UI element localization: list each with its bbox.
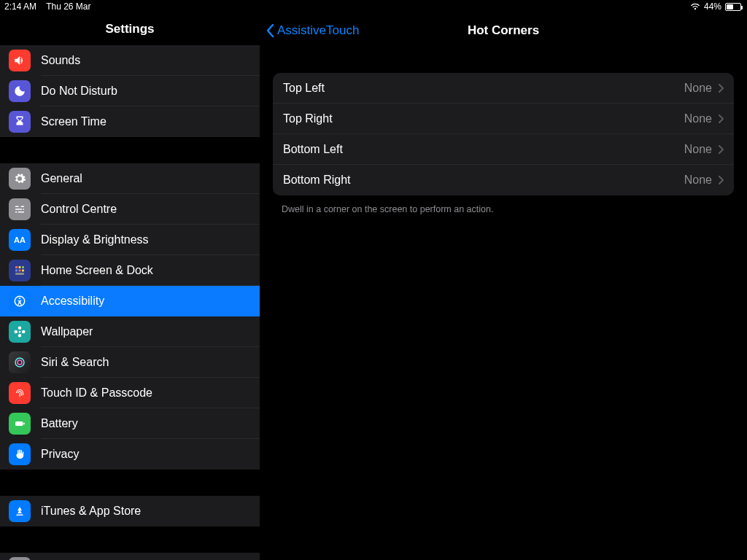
- siri-icon: [9, 351, 31, 373]
- sounds-icon: [9, 50, 31, 71]
- sidebar-item-dnd[interactable]: Do Not Disturb: [0, 76, 260, 106]
- svg-rect-13: [23, 423, 25, 425]
- settings-sidebar: Settings Sounds Do Not Disturb Screen Ti…: [0, 15, 260, 560]
- row-value: None: [684, 143, 712, 156]
- text-size-icon: AA: [9, 229, 31, 251]
- content-pane: AssistiveTouch Hot Corners Top Left None…: [260, 15, 747, 560]
- grid-icon: [9, 260, 31, 281]
- status-battery-pct: 44%: [704, 1, 721, 12]
- chevron-right-icon: [718, 145, 724, 154]
- row-value: None: [684, 82, 712, 95]
- battery-icon: [9, 413, 31, 435]
- sidebar-item-label: General: [41, 172, 82, 185]
- sidebar-item-controlcentre[interactable]: Control Centre: [0, 194, 260, 225]
- row-value: None: [684, 174, 712, 187]
- sidebar-item-wallpaper[interactable]: Wallpaper: [0, 316, 260, 347]
- sidebar-item-display[interactable]: AA Display & Brightness: [0, 225, 260, 255]
- status-date: Thu 26 Mar: [46, 1, 90, 12]
- sidebar-group: General Control Centre AA Display & Brig…: [0, 163, 260, 470]
- sidebar-item-label: Accessibility: [41, 295, 104, 308]
- status-left: 2:14 AM Thu 26 Mar: [4, 1, 91, 12]
- key-icon: [9, 557, 31, 560]
- sidebar-item-label: Wallpaper: [41, 325, 93, 338]
- sidebar-item-privacy[interactable]: Privacy: [0, 439, 260, 470]
- sidebar-item-screentime[interactable]: Screen Time: [0, 106, 260, 137]
- svg-rect-1: [19, 266, 21, 268]
- accessibility-icon: [9, 290, 31, 312]
- hot-corner-bottom-left[interactable]: Bottom Left None: [273, 134, 734, 165]
- row-value: None: [684, 112, 712, 125]
- sidebar-group: Passwords & Accounts: [0, 553, 260, 560]
- sidebar-item-label: Battery: [41, 417, 78, 430]
- sidebar-item-sounds[interactable]: Sounds: [0, 45, 260, 76]
- svg-point-9: [19, 331, 21, 333]
- chevron-right-icon: [718, 84, 724, 93]
- sidebar-item-label: Home Screen & Dock: [41, 264, 153, 277]
- sidebar-item-battery[interactable]: Battery: [0, 408, 260, 439]
- sidebar-item-itunes[interactable]: iTunes & App Store: [0, 496, 260, 526]
- status-bar: 2:14 AM Thu 26 Mar 44%: [0, 0, 747, 15]
- hot-corners-panel: Top Left None Top Right None Bottom Left…: [273, 73, 734, 195]
- wifi-icon: [690, 3, 700, 10]
- gear-icon: [9, 168, 31, 190]
- hand-icon: [9, 443, 31, 465]
- hot-corner-bottom-right[interactable]: Bottom Right None: [273, 165, 734, 195]
- svg-point-11: [18, 360, 22, 365]
- status-right: 44%: [690, 1, 741, 12]
- content-header: AssistiveTouch Hot Corners: [260, 15, 747, 47]
- sidebar-item-label: iTunes & App Store: [41, 505, 141, 518]
- row-label: Bottom Right: [283, 174, 684, 187]
- sidebar-item-label: Control Centre: [41, 203, 117, 216]
- sidebar-item-label: Do Not Disturb: [41, 85, 117, 98]
- sidebar-item-label: Display & Brightness: [41, 233, 149, 246]
- back-label: AssistiveTouch: [277, 23, 359, 38]
- chevron-right-icon: [718, 176, 724, 184]
- status-time: 2:14 AM: [4, 1, 36, 12]
- row-label: Bottom Left: [283, 143, 684, 156]
- battery-icon: [725, 3, 741, 11]
- sidebar-item-accessibility[interactable]: Accessibility: [0, 286, 260, 316]
- sidebar-item-label: Privacy: [41, 448, 79, 461]
- sidebar-item-touchid[interactable]: Touch ID & Passcode: [0, 378, 260, 408]
- fingerprint-icon: [9, 382, 31, 404]
- sidebar-item-general[interactable]: General: [0, 163, 260, 194]
- sidebar-item-passwords[interactable]: Passwords & Accounts: [0, 553, 260, 560]
- row-label: Top Right: [283, 112, 684, 125]
- appstore-icon: [9, 500, 31, 522]
- hourglass-icon: [9, 111, 31, 133]
- row-label: Top Left: [283, 82, 684, 95]
- svg-rect-3: [15, 270, 18, 272]
- svg-rect-2: [22, 266, 24, 268]
- svg-rect-0: [15, 266, 18, 268]
- sidebar-group: Sounds Do Not Disturb Screen Time: [0, 45, 260, 137]
- sidebar-item-siri[interactable]: Siri & Search: [0, 347, 260, 378]
- moon-icon: [9, 80, 31, 102]
- flower-icon: [9, 321, 31, 343]
- sidebar-item-label: Touch ID & Passcode: [41, 386, 152, 400]
- sidebar-item-label: Sounds: [41, 54, 80, 67]
- sidebar-item-homedock[interactable]: Home Screen & Dock: [0, 255, 260, 286]
- svg-point-10: [15, 358, 24, 367]
- svg-rect-12: [15, 421, 23, 426]
- hot-corner-top-right[interactable]: Top Right None: [273, 104, 734, 134]
- hot-corner-top-left[interactable]: Top Left None: [273, 73, 734, 104]
- sliders-icon: [9, 198, 31, 220]
- sidebar-item-label: Screen Time: [41, 115, 107, 128]
- chevron-left-icon: [266, 23, 274, 38]
- svg-rect-6: [15, 273, 24, 275]
- chevron-right-icon: [718, 114, 724, 123]
- svg-point-8: [19, 298, 20, 299]
- svg-rect-4: [19, 270, 21, 272]
- sidebar-group: iTunes & App Store: [0, 496, 260, 526]
- back-button[interactable]: AssistiveTouch: [260, 23, 359, 38]
- footer-note: Dwell in a corner on the screen to perfo…: [282, 204, 725, 214]
- sidebar-item-label: Siri & Search: [41, 356, 109, 369]
- sidebar-title: Settings: [0, 15, 260, 45]
- svg-rect-5: [22, 270, 24, 272]
